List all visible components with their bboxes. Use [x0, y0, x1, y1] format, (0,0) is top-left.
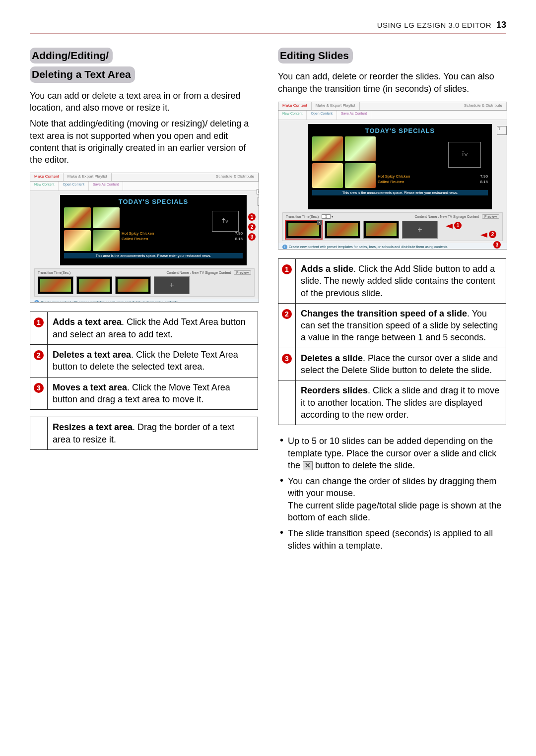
menu-item: Hot Spicy Chicken: [122, 231, 154, 236]
ss-tab-distribute: Schedule & Distribute: [212, 173, 259, 181]
tv-icon: [212, 211, 239, 232]
menu-price: 8.15: [235, 237, 243, 241]
content-name-value: New TV Signage Content: [440, 215, 479, 218]
slide-actions-table: 1 Adds a slide. Click the Add Slide butt…: [278, 258, 506, 425]
content-name-value: New TV Signage Content: [192, 271, 231, 274]
ss-announcement: This area is the announcements space. Pl…: [64, 253, 243, 258]
callout-2: 2: [248, 223, 256, 231]
row-number: 3: [282, 354, 292, 364]
row-bold: Deletes a slide: [301, 353, 363, 363]
text-area-actions-table: 1 Adds a text area. Click the Add Text A…: [30, 312, 258, 449]
menu-item: Hot Spicy Chicken: [378, 174, 410, 179]
content-name-label: Content Name: [414, 215, 437, 218]
left-paragraph-2: Note that adding/editing (moving or resi…: [30, 118, 258, 166]
timeline-label: Transition Time(Sec.): [286, 215, 319, 218]
add-slide-button: +: [154, 276, 190, 294]
ss-preview-area: TODAY'S SPECIALS Hot Spicy Chicken7.90 G…: [308, 124, 492, 209]
right-paragraph-1: You can add, delete or reorder the slide…: [278, 70, 506, 95]
table-row: 1 Adds a slide. Click the Add Slide butt…: [278, 258, 506, 303]
menu-price: 7.90: [480, 174, 488, 179]
food-image: [312, 163, 343, 188]
timeline-slide: [76, 276, 112, 294]
timeline-slide: [115, 276, 151, 294]
preview-button: Preview: [482, 214, 499, 219]
ss-btn-save: Save As Content: [337, 111, 371, 120]
food-image: [312, 136, 343, 161]
callout-1: 1: [248, 213, 256, 221]
ss-tab-distribute: Schedule & Distribute: [460, 102, 507, 110]
callout-2: 2: [489, 231, 496, 238]
header-section-label: USING LG EZSIGN 3.0 EDITOR: [377, 21, 491, 29]
screenshot-text-area-editor: Make Content Make & Export Playlist Sche…: [30, 173, 259, 303]
table-row: 2 Changes the transition speed of a slid…: [278, 303, 506, 348]
section-title-left-line1: Adding/Editing/: [30, 48, 113, 63]
table-row: Resizes a text area. Drag the border of …: [30, 417, 258, 450]
row-bold: Adds a slide: [301, 264, 353, 274]
row-number: 2: [34, 350, 44, 360]
ss-btn-open: Open Content: [59, 182, 89, 190]
food-image: [64, 230, 91, 251]
left-paragraph-1: You can add or delete a text area in or …: [30, 90, 258, 114]
transition-dropdown: 5: [322, 214, 331, 219]
ss-btn-save: Save As Content: [89, 182, 123, 190]
row-bold: Changes the transition speed of a slide: [301, 309, 467, 318]
row-bold: Resizes a text area: [53, 422, 133, 432]
table-row: 3 Deletes a slide. Place the cursor over…: [278, 348, 506, 380]
page-header: USING LG EZSIGN 3.0 EDITOR 13: [30, 20, 506, 34]
section-title-right: Editing Slides: [278, 48, 353, 63]
screenshot-slide-editor: Make Content Make & Export Playlist Sche…: [278, 102, 507, 250]
list-item: The slide transition speed (seconds) is …: [278, 527, 506, 552]
timeline-slide: [325, 221, 360, 239]
callout-3: 3: [493, 241, 501, 249]
food-image: [64, 207, 91, 228]
notes-list: Up to 5 or 10 slides can be added depend…: [278, 435, 506, 552]
ss-tab-make-content: Make Content: [30, 173, 64, 181]
callout-3: 3: [248, 233, 256, 241]
menu-item: Grilled Reuben: [378, 180, 404, 184]
food-image: [345, 136, 376, 161]
row-bold: Deletes a text area: [53, 350, 131, 360]
timeline-label: Transition Time(Sec.): [38, 271, 70, 274]
food-image: [345, 163, 376, 188]
food-image: [93, 230, 120, 251]
row-bold: Moves a text area: [53, 382, 127, 392]
row-bold: Adds a text area: [53, 317, 122, 327]
ss-btn-open: Open Content: [307, 111, 337, 120]
list-item: You can change the order of slides by dr…: [278, 475, 506, 523]
row-bold: Reorders slides: [301, 385, 368, 395]
tv-icon: [448, 142, 481, 168]
timeline-slide: [363, 221, 399, 239]
table-row: 3 Moves a text area. Click the Move Text…: [30, 377, 258, 410]
text-inspector-icon: T: [258, 197, 259, 206]
left-column: Adding/Editing/ Deleting a Text Area You…: [30, 48, 258, 560]
ss-preview-area: TODAY'S SPECIALS Hot Spicy Chicken7.90 G…: [60, 195, 247, 265]
ss-announcement: This area is the announcements space. Pl…: [312, 190, 488, 195]
table-row: 1 Adds a text area. Click the Add Text A…: [30, 312, 258, 345]
ss-timeline: Transition Time(Sec.) Content Name : New…: [34, 268, 255, 297]
menu-price: 8.15: [480, 180, 488, 184]
ss-footer: iCreate new content with preset template…: [278, 243, 507, 250]
section-title-left-line2: Deleting a Text Area: [30, 66, 135, 82]
table-row: Reorders slides. Click a slide and drag …: [278, 380, 506, 425]
text-inspector-icon: T: [497, 126, 507, 135]
slide-delete-icon: ×: [317, 220, 322, 225]
ss-footer: iCreate new content with preset template…: [30, 299, 259, 303]
menu-item: Grilled Reuben: [122, 237, 148, 241]
content-name-label: Content Name: [166, 271, 189, 274]
ss-btn-new: New Content: [30, 182, 59, 190]
row-number: 1: [282, 264, 292, 274]
row-number: 2: [282, 309, 292, 319]
list-item: Up to 5 or 10 slides can be added depend…: [278, 435, 506, 471]
timeline-slide: [38, 276, 73, 294]
ss-tab-make-content: Make Content: [278, 102, 312, 110]
ss-btn-new: New Content: [278, 111, 307, 120]
ss-preview-title: TODAY'S SPECIALS: [312, 127, 488, 134]
ss-tab-playlist: Make & Export Playlist: [312, 102, 360, 110]
table-row: 2 Deletes a text area. Click the Delete …: [30, 345, 258, 378]
timeline-slide: ×: [286, 221, 322, 239]
ss-timeline: Transition Time(Sec.) 5 ▾ Content Name :…: [282, 212, 503, 241]
preview-button: Preview: [234, 270, 251, 275]
row-number: 3: [34, 383, 44, 393]
callout-1: 1: [454, 222, 462, 229]
header-page-number: 13: [496, 20, 506, 30]
